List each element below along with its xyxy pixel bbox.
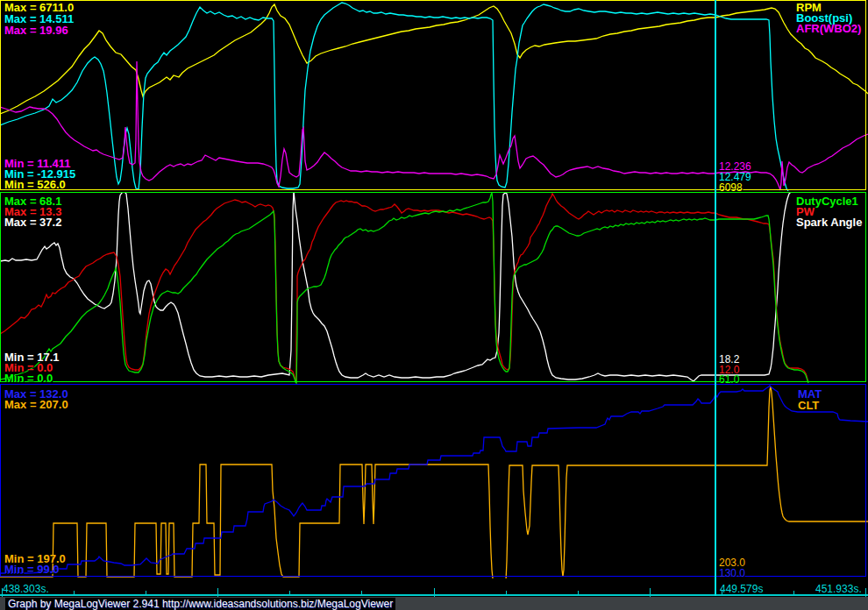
panel3-max-clt: Max = 207.0: [4, 400, 68, 410]
trace-pw: [0, 194, 808, 383]
time-axis-tick-minor: [361, 591, 362, 594]
time-axis-tick-major: [650, 588, 651, 597]
time-axis-tick-minor: [722, 591, 722, 594]
time-axis-tick-minor: [146, 591, 146, 594]
time-axis-tick-major: [2, 588, 3, 597]
cursor-value-dutycycle: 61.0: [719, 374, 739, 385]
time-axis-tick-major: [217, 588, 218, 597]
time-axis-tick-major: [865, 588, 866, 597]
panel1-min-rpm: Min = 526.0: [4, 180, 66, 190]
panel1-max-afr: Max = 19.96: [4, 25, 68, 36]
time-cursor-line[interactable]: [715, 0, 716, 596]
time-axis-tick-minor: [74, 591, 75, 594]
time-axis-tick-minor: [578, 591, 579, 594]
time-axis-tick-minor: [793, 591, 794, 594]
time-axis[interactable]: 438.303s. 449.579s 451.933s.: [0, 578, 868, 597]
megalogviewer-graph-window: Max = 6711.0 Max = 14.511 Max = 19.96 Mi…: [0, 0, 868, 610]
cursor-value-mat: 130.0: [719, 568, 745, 578]
time-axis-tick-minor: [506, 591, 507, 594]
legend-spark[interactable]: Spark Angle: [796, 217, 862, 228]
time-axis-tick-major: [434, 588, 435, 597]
trace-boost-psi-: [0, 3, 788, 191]
panel2-min-dutycycle: Min = 0.0: [4, 373, 53, 384]
panel3-min-mat: Min = 99.0: [4, 564, 60, 575]
trace-clt: [0, 387, 868, 578]
legend-afr[interactable]: AFR(WBO2): [796, 24, 861, 34]
chart-panel-mat-clt[interactable]: [0, 384, 868, 578]
time-cursor-label: 449.579s: [720, 583, 763, 595]
time-start-label: 438.303s.: [3, 583, 49, 595]
cursor-value-rpm: 6098: [719, 182, 743, 193]
legend-clt[interactable]: CLT: [798, 401, 819, 411]
time-axis-tick-minor: [289, 591, 290, 594]
panel2-max-spark: Max = 37.2: [4, 217, 61, 228]
trace-mat: [0, 386, 868, 573]
status-bar: Graph by MegaLogViewer 2.941 http://www.…: [0, 597, 868, 610]
time-end-label: 451.933s.: [815, 583, 862, 595]
trace-rpm: [0, 4, 868, 114]
status-bar-text: Graph by MegaLogViewer 2.941 http://www.…: [5, 598, 395, 610]
